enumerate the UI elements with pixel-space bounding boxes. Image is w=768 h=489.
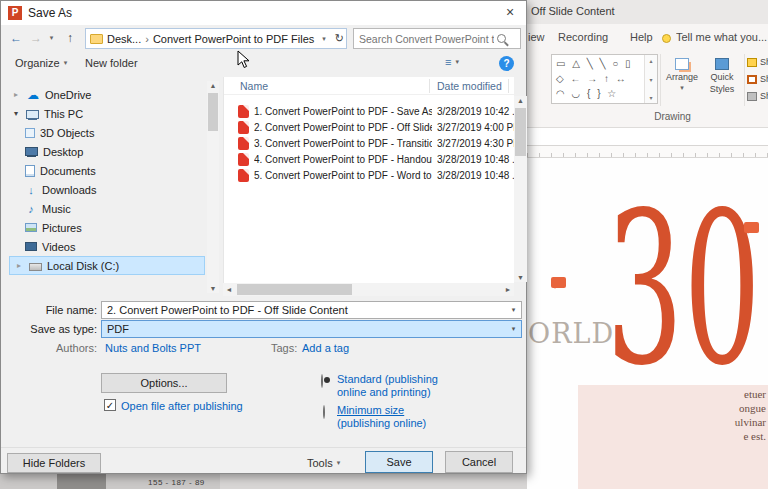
breadcrumb-root[interactable]: Desk... (103, 33, 145, 45)
comment-icon[interactable] (551, 277, 566, 288)
scroll-down-icon[interactable]: ▼ (514, 274, 527, 281)
scroll-up-icon[interactable]: ▲ (514, 97, 527, 104)
standard-radio-label[interactable]: Standard (publishing online and printing… (337, 373, 438, 399)
sidebar-item-onedrive[interactable]: ▸ ☁ OneDrive (9, 85, 205, 104)
authors-value[interactable]: Nuts and Bolts PPT (105, 342, 201, 354)
tags-value[interactable]: Add a tag (302, 342, 349, 354)
arrange-label: Arrange (666, 72, 698, 82)
standard-radio[interactable] (321, 374, 323, 388)
expander-icon[interactable]: ▸ (11, 90, 21, 99)
shape-outline-icon (747, 75, 757, 84)
search-box[interactable] (353, 28, 521, 49)
sidebar-item-label: Local Disk (C:) (47, 260, 119, 272)
breadcrumb-folder[interactable]: Convert PowerPoint to PDF Files (149, 33, 318, 45)
sidebar-item-music[interactable]: ♪ Music (9, 199, 205, 218)
standard-radio-line2: online and printing) (337, 386, 438, 399)
forward-button[interactable]: → (27, 28, 45, 48)
gallery-more-icon[interactable]: ▾ (649, 94, 652, 101)
sidebar-item-documents[interactable]: Documents (9, 161, 205, 180)
sidebar-item-3d-objects[interactable]: 3D Objects (9, 123, 205, 142)
up-button[interactable]: ↑ (59, 28, 81, 48)
file-name-combobox[interactable]: 2. Convert PowerPoint to PDF - Off Slide… (101, 301, 522, 319)
tab-recording[interactable]: Recording (558, 31, 608, 43)
column-divider[interactable] (508, 79, 509, 93)
dialog-titlebar: P Save As (1, 1, 526, 25)
sidebar-item-label: Videos (42, 241, 75, 253)
sidebar-item-desktop[interactable]: Desktop (9, 142, 205, 161)
close-button[interactable]: × (494, 1, 526, 25)
view-options-button[interactable]: ≡ ▾ (445, 56, 459, 68)
expander-icon[interactable]: ▾ (11, 109, 21, 118)
sidebar-item-this-pc[interactable]: ▾ This PC (9, 104, 205, 123)
open-after-publishing-label[interactable]: Open file after publishing (121, 400, 243, 412)
slide-text-box: etuer ongue ulvinar e est. (578, 385, 768, 489)
3d-objects-icon (25, 128, 35, 138)
minimum-size-radio[interactable] (323, 405, 325, 419)
list-horizontal-scrollbar[interactable]: ◄ ► (223, 283, 514, 296)
chevron-down-icon: ▾ (680, 84, 684, 92)
cancel-button[interactable]: Cancel (445, 451, 513, 473)
column-divider[interactable] (429, 79, 430, 93)
gallery-scrollbar[interactable]: ▴ ▾ ▾ (644, 55, 657, 103)
minimum-size-radio-label[interactable]: Minimum size (publishing online) (337, 404, 426, 430)
list-vertical-scrollbar[interactable]: ▲ ▼ (514, 96, 527, 282)
tab-view[interactable]: iew (528, 31, 545, 43)
shapes-gallery[interactable]: ▭ △ ╲ ╲ ○ ▯ ◇ ← → ↑ ↔ ◠ ◡ { } ☆ ▴ ▾ ▾ (551, 54, 658, 104)
tab-help[interactable]: Help (630, 31, 653, 43)
shape-row-icons[interactable]: ◠ ◡ { } ☆ (556, 86, 642, 101)
scrollbar-thumb[interactable] (237, 284, 352, 295)
file-name: 3. Convert PowerPoint to PDF - Transitio… (254, 138, 432, 149)
shape-row-icons[interactable]: ◇ ← → ↑ ↔ (556, 71, 642, 86)
gallery-scroll-down-icon[interactable]: ▾ (649, 76, 652, 83)
search-input[interactable] (354, 33, 494, 45)
address-bar[interactable]: Desk... › Convert PowerPoint to PDF File… (85, 28, 347, 49)
address-dropdown-icon[interactable]: ▾ (318, 35, 330, 43)
sidebar-item-downloads[interactable]: ↓ Downloads (9, 180, 205, 199)
scrollbar-thumb[interactable] (208, 93, 218, 131)
file-row[interactable]: 4. Convert PowerPoint to PDF - Handouts … (224, 151, 514, 167)
file-row[interactable]: 2. Convert PowerPoint to PDF - Off Slide… (224, 119, 514, 135)
file-row[interactable]: 5. Convert PowerPoint to PDF - Word to .… (224, 167, 514, 183)
new-folder-button[interactable]: New folder (85, 57, 138, 69)
tree-scrollbar[interactable]: ▲ ▼ (207, 81, 219, 293)
this-pc-icon (26, 110, 39, 119)
open-after-publishing-checkbox[interactable]: ✓ (104, 399, 116, 411)
scroll-down-icon[interactable]: ▼ (207, 285, 219, 292)
sidebar-item-label: Pictures (42, 222, 82, 234)
shape-effects-label: Sha (760, 91, 768, 101)
shape-row-icons[interactable]: ▭ △ ╲ ╲ ○ ▯ (556, 56, 642, 71)
quick-styles-button[interactable]: Quick Styles (702, 58, 742, 94)
navigation-pane: ▸ ☁ OneDrive ▾ This PC 3D Objects Deskto… (1, 79, 207, 295)
save-button[interactable]: Save (365, 451, 433, 473)
organize-button[interactable]: Organize ▾ (15, 57, 67, 69)
scroll-up-icon[interactable]: ▲ (207, 82, 219, 89)
refresh-icon[interactable]: ↻ (330, 32, 349, 45)
column-header-date-modified[interactable]: Date modified (437, 80, 502, 92)
hide-folders-button[interactable]: Hide Folders (7, 453, 101, 473)
scroll-left-icon[interactable]: ◄ (225, 286, 233, 293)
save-as-type-combobox[interactable]: PDF ▾ (101, 320, 522, 338)
back-button[interactable]: ← (5, 28, 27, 48)
shape-outline-button[interactable]: Sha (747, 74, 768, 84)
file-row[interactable]: 3. Convert PowerPoint to PDF - Transitio… (224, 135, 514, 151)
recent-locations-dropdown[interactable]: ▾ (45, 28, 58, 48)
shape-fill-button[interactable]: Sha (747, 57, 768, 67)
gallery-scroll-up-icon[interactable]: ▴ (649, 57, 652, 64)
help-button[interactable]: ? (499, 56, 514, 71)
sidebar-item-videos[interactable]: Videos (9, 237, 205, 256)
arrange-button[interactable]: Arrange ▾ (663, 58, 701, 92)
ruler (527, 145, 768, 158)
dialog-title: Save As (28, 6, 72, 20)
scrollbar-thumb[interactable] (515, 108, 526, 156)
sidebar-item-local-disk-c[interactable]: ▸ Local Disk (C:) (9, 256, 205, 275)
comment-icon[interactable] (744, 222, 759, 233)
sidebar-item-pictures[interactable]: Pictures (9, 218, 205, 237)
expander-icon[interactable]: ▸ (14, 261, 24, 270)
shape-effects-button[interactable]: Sha (747, 91, 768, 101)
scroll-right-icon[interactable]: ► (504, 286, 512, 293)
tools-button[interactable]: Tools ▾ (307, 457, 340, 469)
tell-me-box[interactable]: Tell me what you... (676, 31, 768, 43)
options-button[interactable]: Options... (101, 373, 227, 393)
column-header-name[interactable]: Name (240, 80, 268, 92)
file-row[interactable]: 1. Convert PowerPoint to PDF - Save As .… (224, 103, 514, 119)
